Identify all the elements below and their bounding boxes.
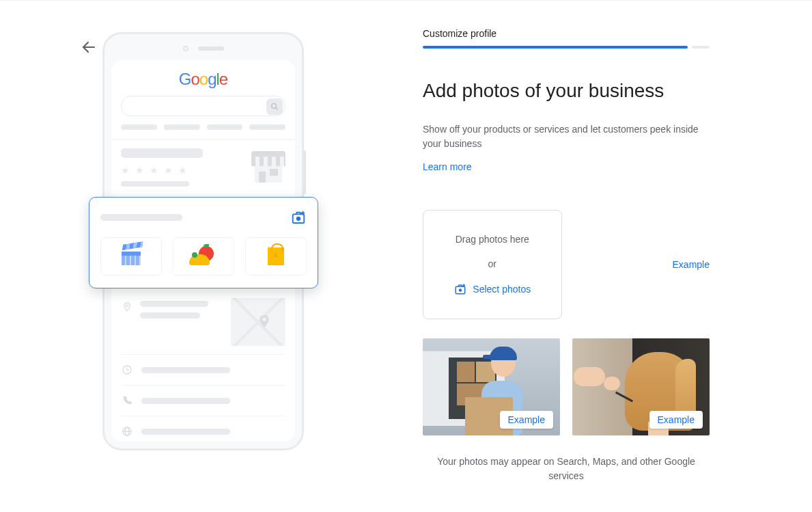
svg-point-1	[272, 104, 277, 109]
dropzone-drag-text: Drag photos here	[456, 234, 529, 245]
search-icon	[266, 98, 283, 115]
photo-tile-food	[173, 237, 234, 275]
phone-icon	[121, 395, 133, 406]
page-title: Add photos of your business	[423, 79, 710, 103]
globe-icon	[121, 426, 133, 437]
stars-icon: ★ ★ ★ ★ ★	[121, 165, 244, 176]
clock-icon	[121, 364, 133, 375]
pin-icon	[121, 301, 133, 313]
select-photos-button[interactable]: Select photos	[453, 283, 531, 295]
photo-tile-shopping	[245, 237, 307, 275]
illustration-panel: Google ★ ★ ★ ★ ★	[0, 1, 406, 512]
shopping-bag-icon	[268, 247, 284, 265]
food-icon	[189, 246, 218, 267]
clapperboard-icon	[122, 247, 141, 265]
dropzone[interactable]: Drag photos here or Select photos	[423, 210, 562, 319]
svg-line-2	[276, 108, 278, 110]
example-photo-delivery: Example	[423, 338, 560, 435]
photo-tile-entertainment	[100, 237, 162, 275]
example-badge: Example	[500, 411, 553, 429]
step-label: Customize profile	[423, 28, 710, 39]
google-logo: Google	[111, 60, 295, 89]
footer-note: Your photos may appear on Search, Maps, …	[423, 455, 710, 483]
arrow-left-icon	[81, 39, 97, 55]
svg-point-14	[459, 289, 462, 293]
search-bar-mockup	[121, 96, 285, 116]
example-link[interactable]: Example	[673, 259, 710, 270]
map-thumbnail	[231, 298, 285, 346]
example-badge: Example	[649, 411, 703, 429]
storefront-icon	[251, 151, 285, 185]
add-photo-icon	[453, 283, 467, 295]
svg-point-3	[126, 305, 128, 307]
add-photo-icon	[290, 210, 307, 225]
dropzone-or-text: or	[488, 258, 496, 269]
back-button[interactable]	[78, 36, 100, 58]
progress-bar	[423, 46, 710, 49]
learn-more-link[interactable]: Learn more	[423, 161, 472, 172]
description-text: Show off your products or services and l…	[423, 122, 710, 151]
svg-point-10	[296, 217, 300, 221]
svg-point-4	[262, 318, 266, 322]
example-photo-salon: Example	[572, 338, 710, 435]
content-panel: Customize profile Add photos of your bus…	[406, 1, 734, 512]
photos-highlight-card	[89, 197, 318, 288]
